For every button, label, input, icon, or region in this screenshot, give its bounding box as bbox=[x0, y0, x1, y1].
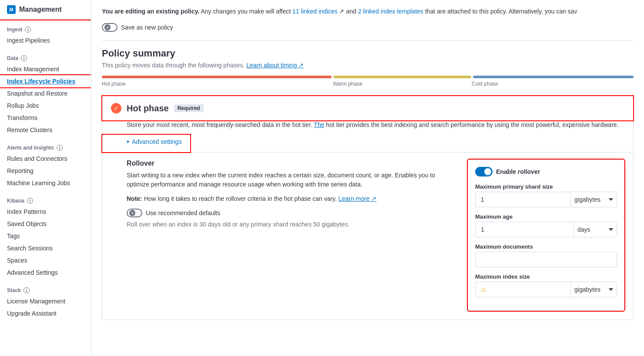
max-index-size-field: Maximum index size ⚠ gigabytes megabytes… bbox=[475, 273, 617, 297]
cold-phase-label: Cold phase bbox=[472, 81, 634, 87]
sidebar-item-search-sessions[interactable]: Search Sessions bbox=[0, 242, 91, 254]
save-new-label: Save as new policy bbox=[121, 24, 173, 31]
stack-info-icon: i bbox=[23, 287, 30, 293]
sidebar-section-title-alerts: Alerts and Insights i bbox=[0, 143, 91, 153]
use-defaults-row: ✕ Use recommended defaults bbox=[127, 209, 457, 217]
max-docs-label: Maximum documents bbox=[475, 243, 617, 250]
chevron-down-icon: ▾ bbox=[127, 139, 129, 145]
warm-phase-bar bbox=[333, 76, 471, 78]
max-age-input[interactable] bbox=[475, 222, 574, 237]
sidebar-item-index-management[interactable]: Index Management bbox=[0, 63, 91, 75]
sidebar-item-spaces[interactable]: Spaces bbox=[0, 254, 91, 266]
sidebar-section-alerts: Alerts and Insights i Rules and Connecto… bbox=[0, 138, 91, 191]
sidebar-item-ml-jobs[interactable]: Machine Learning Jobs bbox=[0, 177, 91, 189]
alerts-info-icon: i bbox=[57, 145, 63, 151]
sidebar-item-tags[interactable]: Tags bbox=[0, 230, 91, 242]
hot-phase-label: Hot phase bbox=[102, 81, 333, 87]
rollover-detail-text: Roll over when an index is 30 days old o… bbox=[127, 221, 457, 228]
max-age-label: Maximum age bbox=[475, 213, 617, 220]
edit-banner: You are editing an existing policy. Any … bbox=[102, 7, 634, 16]
sidebar-item-upgrade-assistant[interactable]: Upgrade Assistant bbox=[0, 307, 91, 319]
max-age-field: Maximum age days hours minutes seconds bbox=[475, 213, 617, 237]
section-divider bbox=[102, 40, 634, 41]
toggle-x-icon: ✕ bbox=[104, 24, 111, 30]
sidebar-section-title-stack: Stack i bbox=[0, 286, 91, 295]
sidebar-title: Management bbox=[19, 6, 62, 13]
max-shard-size-unit-select[interactable]: gigabytes megabytes bytes bbox=[570, 192, 617, 207]
enable-rollover-toggle[interactable] bbox=[475, 167, 493, 176]
management-icon: M bbox=[7, 5, 16, 14]
max-shard-size-input-group: gigabytes megabytes bytes bbox=[475, 192, 617, 207]
hot-phase-card: ✓ Hot phase Required Store your most rec… bbox=[102, 96, 634, 320]
max-shard-size-label: Maximum primary shard size bbox=[475, 183, 617, 190]
rollover-desc: Start writing to a new index when the cu… bbox=[127, 171, 457, 189]
policy-summary-section: Policy summary This policy moves data th… bbox=[102, 48, 634, 87]
sidebar-item-saved-objects[interactable]: Saved Objects bbox=[0, 218, 91, 230]
hot-tier-link[interactable]: The bbox=[314, 121, 324, 128]
phase-labels: Hot phase Warm phase Cold phase bbox=[102, 81, 634, 87]
required-badge: Required bbox=[174, 104, 204, 112]
sidebar-item-index-lifecycle-policies[interactable]: Index Lifecycle Policies bbox=[0, 75, 91, 87]
use-defaults-toggle[interactable]: ✕ bbox=[127, 209, 142, 217]
hot-phase-bar bbox=[102, 76, 332, 78]
edit-banner-suffix: that are attached to this policy. Altern… bbox=[425, 8, 577, 15]
max-age-input-group: days hours minutes seconds bbox=[475, 222, 617, 237]
rollover-right-panel: Enable rollover Maximum primary shard si… bbox=[468, 160, 624, 311]
sidebar: M Management Ingest i Ingest Pipelines D… bbox=[0, 0, 91, 356]
phase-bars bbox=[102, 76, 634, 78]
sidebar-section-data: Data i Index Management Index Lifecycle … bbox=[0, 48, 91, 138]
policy-summary-title: Policy summary bbox=[102, 48, 634, 59]
hot-phase-check-icon: ✓ bbox=[111, 103, 121, 113]
sidebar-item-rules-connectors[interactable]: Rules and Connectors bbox=[0, 153, 91, 165]
enable-rollover-row: Enable rollover bbox=[475, 167, 617, 176]
max-age-unit-select[interactable]: days hours minutes seconds bbox=[574, 222, 617, 237]
edit-banner-prefix: You are editing an existing policy. bbox=[102, 8, 199, 15]
max-shard-size-input[interactable] bbox=[475, 192, 570, 207]
learn-more-link[interactable]: Learn more ↗ bbox=[339, 195, 376, 202]
sidebar-item-remote-clusters[interactable]: Remote Clusters bbox=[0, 124, 91, 136]
learn-timing-link[interactable]: Learn about timing ↗ bbox=[246, 62, 304, 69]
linked-templates-link[interactable]: 2 linked index templates bbox=[358, 8, 423, 15]
sidebar-header[interactable]: M Management bbox=[0, 0, 91, 20]
hot-phase-desc: Store your most recent, most frequently-… bbox=[102, 120, 633, 135]
cold-phase-bar bbox=[473, 76, 634, 78]
sidebar-section-title-ingest: Ingest i bbox=[0, 25, 91, 34]
max-index-size-input-group: ⚠ gigabytes megabytes bytes bbox=[475, 282, 617, 297]
ingest-info-icon: i bbox=[25, 27, 31, 33]
sidebar-section-ingest: Ingest i Ingest Pipelines bbox=[0, 20, 91, 48]
sidebar-section-kibana: Kibana i Index Patterns Saved Objects Ta… bbox=[0, 191, 91, 280]
warm-phase-label: Warm phase bbox=[333, 81, 472, 87]
sidebar-item-rollup-jobs[interactable]: Rollup Jobs bbox=[0, 100, 91, 112]
max-docs-input[interactable] bbox=[475, 252, 617, 267]
warning-triangle-icon: ⚠ bbox=[481, 286, 486, 293]
max-index-size-unit-select[interactable]: gigabytes megabytes bytes bbox=[570, 282, 617, 297]
sidebar-item-reporting[interactable]: Reporting bbox=[0, 165, 91, 177]
sidebar-item-transforms[interactable]: Transforms bbox=[0, 112, 91, 124]
hot-phase-header: ✓ Hot phase Required bbox=[102, 96, 633, 120]
phase-content-divider bbox=[102, 152, 633, 153]
rollover-section: Rollover Start writing to a new index wh… bbox=[102, 160, 633, 319]
sidebar-item-license-management[interactable]: License Management bbox=[0, 295, 91, 307]
data-info-icon: i bbox=[21, 55, 27, 61]
sidebar-section-title-kibana: Kibana i bbox=[0, 196, 91, 206]
advanced-settings-button[interactable]: ▾ Advanced settings bbox=[102, 135, 190, 152]
max-shard-size-field: Maximum primary shard size gigabytes meg… bbox=[475, 183, 617, 207]
sidebar-item-advanced-settings[interactable]: Advanced Settings bbox=[0, 266, 91, 279]
enable-rollover-label: Enable rollover bbox=[496, 168, 540, 175]
save-new-toggle[interactable]: ✕ bbox=[102, 23, 117, 32]
and-text: and bbox=[346, 8, 358, 15]
policy-summary-desc: This policy moves data through the follo… bbox=[102, 62, 634, 69]
max-index-size-label: Maximum index size bbox=[475, 273, 617, 280]
max-docs-field: Maximum documents bbox=[475, 243, 617, 267]
sidebar-item-index-patterns[interactable]: Index Patterns bbox=[0, 206, 91, 218]
sidebar-item-ingest-pipelines[interactable]: Ingest Pipelines bbox=[0, 34, 91, 47]
sidebar-item-snapshot-restore[interactable]: Snapshot and Restore bbox=[0, 87, 91, 100]
use-defaults-label: Use recommended defaults bbox=[146, 210, 220, 216]
linked-indices-link[interactable]: 11 linked indices bbox=[292, 8, 338, 15]
save-as-new-row: ✕ Save as new policy bbox=[102, 23, 634, 32]
sidebar-section-stack: Stack i License Management Upgrade Assis… bbox=[0, 280, 91, 321]
rollover-note: Note: How long it takes to reach the rol… bbox=[127, 194, 457, 203]
defaults-toggle-x-icon: ✕ bbox=[129, 210, 135, 216]
kibana-info-icon: i bbox=[27, 198, 33, 204]
edit-banner-desc: Any changes you make will affect bbox=[201, 8, 292, 15]
